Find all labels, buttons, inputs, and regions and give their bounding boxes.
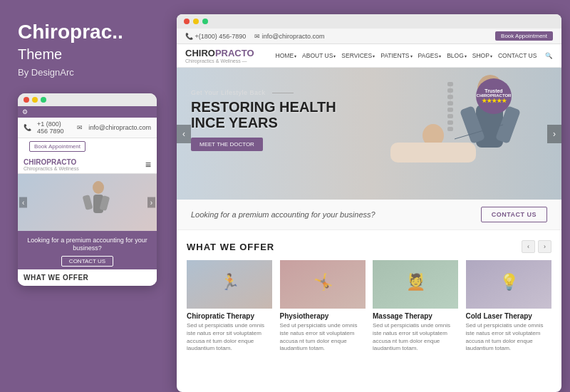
service-image: 🤸 xyxy=(280,260,366,309)
nav-services[interactable]: SERVICES▾ xyxy=(341,52,375,59)
svg-rect-16 xyxy=(447,120,453,125)
service-card: 💆 Massage TherapySed ut perspiciatis und… xyxy=(373,260,459,353)
services-grid: 🏃 Chiropratic TherapySed ut perspiciatis… xyxy=(187,260,551,353)
nav-shop[interactable]: SHOP▾ xyxy=(472,52,492,59)
service-card: 💡 Cold Laser TherapySed ut perspiciatis … xyxy=(466,260,552,353)
desktop-top-bar xyxy=(177,14,561,29)
desktop-logo: CHIROPRACTO Chiropractics & Wellness — xyxy=(185,48,266,63)
hero-cta-button[interactable]: MEET THE DOCTOR xyxy=(191,138,263,151)
desktop-logo-practo: PRACTO xyxy=(215,48,254,58)
nav-about[interactable]: ABOUT US▾ xyxy=(302,52,336,59)
mobile-top-bar xyxy=(18,93,157,106)
cta-strip: Looking for a premium accounting for you… xyxy=(177,200,561,230)
mobile-nav-bar: CHIROPRACTO Chiropractics & Wellness ≡ xyxy=(18,156,157,174)
service-image: 💆 xyxy=(373,260,459,309)
services-chevron: ▾ xyxy=(373,53,375,58)
mobile-email: info@chiropracto.com xyxy=(88,124,151,131)
svg-point-0 xyxy=(93,181,104,194)
offer-prev-button[interactable]: ‹ xyxy=(522,240,535,253)
about-chevron: ▾ xyxy=(333,53,336,58)
mobile-book-button[interactable]: Book Appointment xyxy=(29,141,86,152)
mobile-logo-practo: PRACTO xyxy=(46,158,76,166)
hero-image-area xyxy=(348,68,561,200)
what-offer-header: WHAT WE OFFER ‹ › xyxy=(187,240,551,253)
service-description: Sed ut perspiciatis unde omnis iste natu… xyxy=(187,322,273,353)
patients-chevron: ▾ xyxy=(410,53,413,58)
svg-text:🤸: 🤸 xyxy=(313,272,333,292)
service-image: 🏃 xyxy=(187,260,273,309)
svg-rect-13 xyxy=(447,101,453,105)
phone-icon: 📞 +(1800) 456-7890 xyxy=(185,33,246,40)
mobile-logo-chiro: CHIRO xyxy=(24,158,46,166)
svg-rect-14 xyxy=(447,108,453,112)
desktop-phone: +(1800) 456-7890 xyxy=(195,33,247,40)
theme-subtitle: Theme xyxy=(18,46,157,63)
svg-rect-12 xyxy=(447,95,453,99)
svg-rect-2 xyxy=(82,195,93,210)
hero-people-illustration xyxy=(348,68,561,200)
hamburger-icon[interactable]: ≡ xyxy=(145,159,151,170)
mobile-dot-green xyxy=(41,97,46,103)
mobile-hero-next[interactable]: › xyxy=(147,197,155,207)
nav-patients[interactable]: PATIENTS▾ xyxy=(380,52,412,59)
desktop-book-appointment[interactable]: Book Appointment xyxy=(495,31,553,41)
service-name: Chiropratic Therapy xyxy=(187,312,273,320)
svg-rect-11 xyxy=(447,88,453,93)
theme-author: By DesignArc xyxy=(18,67,157,78)
mobile-cta-text: Looking for a premium accounting for you… xyxy=(24,237,151,253)
cta-strip-button[interactable]: CONTACT US xyxy=(481,207,547,222)
service-name: Cold Laser Therapy xyxy=(466,312,552,320)
mobile-hero: ‹ › xyxy=(18,174,157,231)
desktop-dot-green xyxy=(202,19,208,24)
nav-pages[interactable]: PAGES▾ xyxy=(418,52,442,59)
shop-chevron: ▾ xyxy=(490,53,492,58)
svg-text:💡: 💡 xyxy=(499,272,519,292)
desktop-contact-info: 📞 +(1800) 456-7890 ✉ info@chiropracto.co… xyxy=(185,33,325,40)
home-chevron: ▾ xyxy=(294,53,296,58)
search-icon[interactable]: 🔍 xyxy=(545,52,553,59)
desktop-logo-sub: Chiropractics & Wellness — xyxy=(185,58,266,63)
service-card: 🤸 PhysiotherapySed ut perspiciatis unde … xyxy=(280,260,366,353)
offer-navigation: ‹ › xyxy=(522,240,551,253)
mobile-dot-yellow xyxy=(32,97,38,103)
service-image: 💡 xyxy=(466,260,552,309)
desktop-dot-yellow xyxy=(193,19,199,24)
hero-prev-button[interactable]: ‹ xyxy=(177,125,191,143)
desktop-phone-bar: 📞 +(1800) 456-7890 ✉ info@chiropracto.co… xyxy=(177,29,561,44)
svg-rect-15 xyxy=(447,114,453,118)
cta-strip-text: Looking for a premium accounting for you… xyxy=(191,210,375,219)
desktop-nav: CHIROPRACTO Chiropractics & Wellness — H… xyxy=(177,44,561,68)
mobile-logo: CHIROPRACTO Chiropractics & Wellness xyxy=(24,158,79,171)
hero-next-button[interactable]: › xyxy=(547,125,561,143)
mobile-what-offer-title: WHAT WE OFFER xyxy=(18,269,157,286)
desktop-hero: Get Your Lifestyle Back RESTORING HEALTH… xyxy=(177,68,561,200)
trusted-badge: Trusted CHIROPRACTOR ★★★★★ xyxy=(476,78,512,114)
mobile-phone-bar: 📞 +1 (800) 456 7890 ✉ info@chiropracto.c… xyxy=(18,118,157,138)
mobile-hero-prev[interactable]: ‹ xyxy=(19,197,27,207)
gear-icon: ⚙ xyxy=(22,108,28,115)
envelope-icon: ✉ xyxy=(77,124,83,131)
svg-text:💆: 💆 xyxy=(406,272,426,292)
service-name: Physiotherapy xyxy=(280,312,366,320)
envelope-icon: ✉ info@chiropracto.com xyxy=(254,33,324,40)
mobile-logo-sub: Chiropractics & Wellness xyxy=(24,166,79,171)
what-offer-section: WHAT WE OFFER ‹ › 🏃 Chiropratic TherapyS… xyxy=(177,230,561,359)
hero-content: Get Your Lifestyle Back RESTORING HEALTH… xyxy=(191,89,336,151)
theme-title: Chiroprac.. xyxy=(18,21,157,43)
service-description: Sed ut perspiciatis unde omnis iste natu… xyxy=(466,322,552,353)
nav-contact[interactable]: CONTACT US xyxy=(498,52,537,59)
service-name: Massage Therapy xyxy=(373,312,459,320)
mobile-cta-banner: Looking for a premium accounting for you… xyxy=(18,231,157,269)
hero-eyebrow: Get Your Lifestyle Back xyxy=(191,89,336,96)
mobile-contact-button[interactable]: CONTACT US xyxy=(61,256,113,267)
offer-next-button[interactable]: › xyxy=(538,240,551,253)
phone-icon: 📞 xyxy=(24,124,31,131)
svg-rect-10 xyxy=(447,82,453,86)
trusted-text: Trusted xyxy=(484,88,502,93)
svg-rect-9 xyxy=(390,143,476,163)
nav-blog[interactable]: BLOG▾ xyxy=(447,52,467,59)
desktop-logo-chiro: CHIRO xyxy=(185,48,215,58)
nav-home[interactable]: HOME▾ xyxy=(276,52,297,59)
service-card: 🏃 Chiropratic TherapySed ut perspiciatis… xyxy=(187,260,273,353)
person-silhouette xyxy=(63,177,113,227)
